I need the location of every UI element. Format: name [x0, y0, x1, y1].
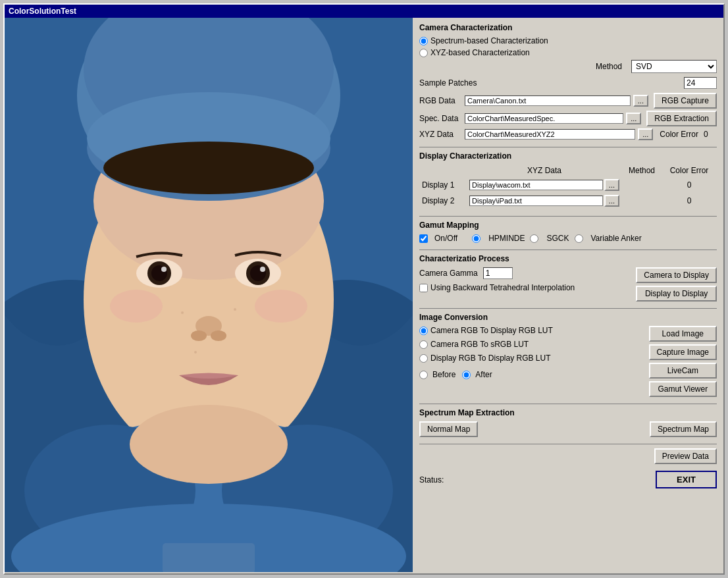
patches-input[interactable] [684, 77, 717, 89]
camera-rgb-lut-label: Camera RGB To Display RGB LUT [430, 326, 553, 335]
display1-label: Display 1 [421, 178, 467, 192]
svg-point-27 [211, 330, 226, 341]
svg-point-16 [130, 405, 288, 484]
xyz-data-label: XYZ Data [419, 130, 462, 139]
camera-gamma-input[interactable] [483, 267, 513, 279]
display2-row: Display 2 ... 0 [421, 194, 715, 208]
col-method: Method [622, 166, 662, 176]
camera-srgb-label: Camera RGB To sRGB LUT [430, 340, 529, 349]
process-buttons: Camera to Display Display to Display [636, 267, 717, 302]
variable-label: Variable Anker [591, 234, 642, 243]
svg-point-31 [234, 308, 236, 311]
rgb-capture-btn[interactable]: RGB Capture [654, 93, 717, 109]
patches-label: Sample Patches [419, 78, 477, 88]
gamut-onoff-label: On/Off [434, 234, 457, 243]
display1-error: 0 [663, 178, 715, 192]
method-select[interactable]: SVD Least Squares Neural Net [631, 60, 717, 73]
radio-xyz[interactable] [419, 49, 428, 57]
spectrum-map-btn[interactable]: Spectrum Map [650, 421, 717, 437]
preview-data-btn[interactable]: Preview Data [654, 448, 717, 464]
xyz-data-row: XYZ Data ... Color Error 0 [419, 128, 717, 140]
radio-camera-rgb-lut[interactable] [419, 327, 428, 335]
radio-display-rgb[interactable] [419, 354, 428, 363]
rgb-data-label: RGB Data [419, 96, 462, 105]
image-conversion-title: Image Conversion [419, 313, 717, 322]
camera-to-display-btn[interactable]: Camera to Display [636, 267, 717, 283]
after-label: After [475, 370, 492, 379]
svg-point-28 [110, 290, 163, 323]
spec-data-input[interactable] [465, 113, 623, 124]
method-label: Method [596, 62, 622, 71]
display-characterization-section: Display Characterization XYZ Data Method… [419, 151, 717, 209]
svg-point-30 [181, 311, 184, 314]
display-table: XYZ Data Method Color Error Display 1 ..… [419, 165, 717, 209]
display2-input[interactable] [469, 196, 603, 206]
method-row: Method SVD Least Squares Neural Net [419, 60, 717, 73]
status-row: Status: EXIT [419, 468, 717, 491]
color-error-value: 0 [704, 130, 717, 139]
display-characterization-title: Display Characterization [419, 151, 717, 161]
tetrahedral-label: Using Backward Tetrahedral Interpolation [430, 283, 575, 292]
exit-btn[interactable]: EXIT [656, 471, 717, 488]
gamut-checkbox[interactable] [419, 234, 428, 243]
conversion-radios: Camera RGB To Display RGB LUT Camera RGB… [419, 326, 645, 379]
rgb-data-row: RGB Data ... RGB Capture [419, 93, 717, 109]
hpminde-label: HPMINDE [488, 234, 525, 243]
display1-row: Display 1 ... 0 [421, 178, 715, 192]
radio-display-rgb-row: Display RGB To Display RGB LUT [419, 354, 645, 363]
normal-map-btn[interactable]: Normal Map [419, 421, 478, 437]
capture-image-btn[interactable]: Capture Image [649, 344, 717, 360]
radio-before[interactable] [419, 371, 428, 379]
radio-sgck[interactable] [530, 234, 538, 243]
load-image-btn[interactable]: Load Image [649, 326, 717, 342]
spec-data-row: Spec. Data ... RGB Extraction [419, 111, 717, 126]
display-to-display-btn[interactable]: Display to Display [636, 286, 717, 302]
livecam-btn[interactable]: LiveCam [649, 363, 717, 379]
radio-camera-srgb[interactable] [419, 340, 428, 349]
tetrahedral-row: Using Backward Tetrahedral Interpolation [419, 283, 632, 292]
gamut-viewer-btn[interactable]: Gamut Viewer [649, 381, 717, 397]
xyz-data-input[interactable] [465, 129, 635, 140]
sgck-label: SGCK [546, 234, 569, 243]
window-title: ColorSolutionTest [9, 7, 76, 16]
svg-point-20 [161, 267, 167, 272]
spectrum-map-title: Spectrum Map Extraction [419, 408, 717, 417]
display2-error: 0 [663, 194, 715, 208]
display2-browse-btn[interactable]: ... [604, 195, 619, 207]
col-display [421, 166, 467, 176]
radio-spectrum[interactable] [419, 37, 428, 45]
svg-point-26 [191, 330, 207, 341]
camera-characterization-title: Camera Characterization [419, 23, 717, 32]
spec-browse-btn[interactable]: ... [626, 113, 641, 124]
svg-point-32 [194, 351, 197, 354]
svg-point-11 [103, 142, 314, 194]
radio-xyz-row: XYZ-based Characterization [419, 48, 717, 57]
rgb-extraction-btn[interactable]: RGB Extraction [646, 111, 717, 126]
svg-point-24 [260, 267, 265, 272]
camera-characterization-section: Camera Characterization Spectrum-based C… [419, 23, 717, 140]
gamut-mapping-title: Gamut Mapping [419, 221, 717, 230]
preview-row: Preview Data [419, 448, 717, 464]
rgb-data-input[interactable] [465, 95, 631, 106]
display-rgb-label: Display RGB To Display RGB LUT [430, 354, 551, 363]
radio-variable[interactable] [575, 234, 583, 243]
svg-point-29 [255, 290, 307, 323]
spec-data-label: Spec. Data [419, 114, 462, 123]
col-color-error: Color Error [663, 166, 715, 176]
display1-browse-btn[interactable]: ... [604, 179, 619, 191]
xyz-browse-btn[interactable]: ... [638, 128, 653, 140]
gamut-mapping-section: Gamut Mapping On/Off HPMINDE SGCK Variab… [419, 221, 717, 243]
gamut-row: On/Off HPMINDE SGCK Variable Anker [419, 234, 717, 243]
radio-after[interactable] [462, 371, 471, 379]
image-panel [5, 18, 413, 572]
camera-gamma-label: Camera Gamma [419, 269, 478, 278]
col-xyz: XYZ Data [468, 166, 621, 176]
radio-hpminde[interactable] [472, 234, 481, 243]
tetrahedral-checkbox[interactable] [419, 284, 428, 292]
title-bar: ColorSolutionTest [5, 5, 723, 18]
right-panel: Camera Characterization Spectrum-based C… [413, 18, 723, 572]
before-after-row: Before After [419, 370, 645, 379]
display1-input[interactable] [469, 180, 603, 190]
rgb-browse-btn[interactable]: ... [633, 95, 648, 107]
spectrum-buttons-row: Normal Map Spectrum Map [419, 421, 717, 437]
